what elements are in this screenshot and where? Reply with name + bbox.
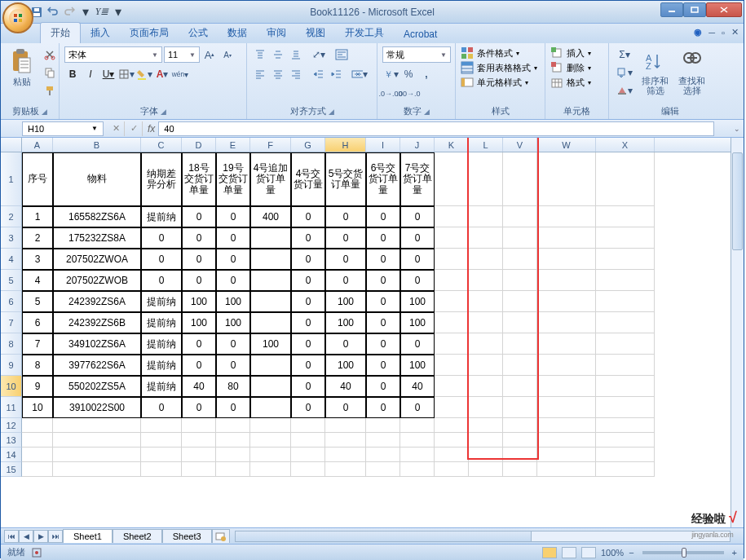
cell[interactable] xyxy=(325,448,366,462)
cell[interactable]: 0 xyxy=(366,376,400,397)
cell[interactable] xyxy=(291,418,325,433)
cell[interactable] xyxy=(216,418,250,433)
cell[interactable]: 0 xyxy=(325,270,366,291)
row-header-14[interactable]: 14 xyxy=(1,448,22,462)
cell[interactable] xyxy=(503,418,537,433)
cell[interactable] xyxy=(435,333,469,355)
cell[interactable] xyxy=(400,418,435,433)
zoom-out-icon[interactable]: − xyxy=(629,548,633,558)
comma-icon[interactable]: , xyxy=(418,66,435,82)
formula-input[interactable]: 40 xyxy=(158,121,714,136)
cell[interactable] xyxy=(537,448,596,462)
cell[interactable]: 0 xyxy=(291,355,325,376)
cell[interactable]: 0 xyxy=(325,397,366,418)
align-bottom-icon[interactable] xyxy=(288,46,304,63)
tab-insert[interactable]: 插入 xyxy=(81,23,120,43)
cell[interactable]: 提前纳 xyxy=(141,376,182,397)
cell[interactable]: 0 xyxy=(291,397,325,418)
redo-icon[interactable] xyxy=(63,6,76,19)
cell[interactable]: 0 xyxy=(182,227,216,249)
cell[interactable]: 6 xyxy=(22,312,53,333)
bold-button[interactable]: B xyxy=(64,66,81,82)
cell[interactable]: 5号交货订单量 xyxy=(325,152,366,206)
autosum-icon[interactable]: Σ▾ xyxy=(614,46,635,63)
cell[interactable] xyxy=(22,433,53,448)
cell[interactable]: 0 xyxy=(366,355,400,376)
cell[interactable]: 提前纳 xyxy=(141,355,182,376)
cell[interactable] xyxy=(596,291,655,312)
cell[interactable] xyxy=(53,433,141,448)
cell[interactable]: 4号交货订量 xyxy=(291,152,325,206)
cell[interactable]: 40 xyxy=(325,376,366,397)
format-painter-icon[interactable] xyxy=(42,82,58,99)
column-header-D[interactable]: D xyxy=(182,138,216,152)
cell[interactable] xyxy=(435,152,469,206)
new-sheet-button[interactable] xyxy=(212,529,230,543)
row-header-13[interactable]: 13 xyxy=(1,433,22,448)
format-cells-button[interactable]: 格式▾ xyxy=(550,76,591,89)
cell[interactable]: 0 xyxy=(325,227,366,249)
delete-cells-button[interactable]: 删除▾ xyxy=(550,61,591,74)
cell[interactable]: 0 xyxy=(291,312,325,333)
cell[interactable] xyxy=(182,418,216,433)
page-layout-view-icon[interactable] xyxy=(562,547,576,558)
column-header-I[interactable]: I xyxy=(366,138,400,152)
cell[interactable]: 7 xyxy=(22,333,53,355)
cell[interactable]: 10 xyxy=(22,397,53,418)
cell[interactable]: 242392ZS6B xyxy=(53,312,141,333)
copy-icon[interactable] xyxy=(42,64,58,81)
tab-home[interactable]: 开始 xyxy=(40,22,81,43)
cell[interactable]: 0 xyxy=(366,206,400,227)
border-icon[interactable]: ▾ xyxy=(118,66,135,82)
sheet-nav-first-icon[interactable]: ⏮ xyxy=(4,530,19,543)
column-header-A[interactable]: A xyxy=(22,138,53,152)
cell[interactable]: 0 xyxy=(291,376,325,397)
cell[interactable]: 0 xyxy=(216,249,250,270)
cell[interactable] xyxy=(250,418,291,433)
column-header-E[interactable]: E xyxy=(216,138,250,152)
cancel-formula-icon[interactable]: ✕ xyxy=(108,121,125,136)
undo-icon[interactable] xyxy=(46,6,60,19)
doc-minimize-icon[interactable]: ─ xyxy=(708,28,715,37)
row-header-9[interactable]: 9 xyxy=(1,355,22,376)
paste-button[interactable]: 粘贴 xyxy=(6,46,38,90)
cell[interactable] xyxy=(291,433,325,448)
cell[interactable]: 0 xyxy=(182,206,216,227)
sheet-tab-3[interactable]: Sheet3 xyxy=(162,529,212,543)
cell[interactable] xyxy=(469,312,503,333)
cell[interactable]: 0 xyxy=(400,227,435,249)
cell[interactable]: 0 xyxy=(141,227,182,249)
row-header-4[interactable]: 4 xyxy=(1,249,22,270)
cell[interactable] xyxy=(537,249,596,270)
cell[interactable]: 0 xyxy=(216,333,250,355)
cell[interactable]: 550202ZS5A xyxy=(53,376,141,397)
cell[interactable] xyxy=(537,433,596,448)
zoom-level[interactable]: 100% xyxy=(601,548,624,558)
cell[interactable] xyxy=(537,397,596,418)
cell[interactable] xyxy=(250,227,291,249)
cell[interactable] xyxy=(503,448,537,462)
cell[interactable]: 0 xyxy=(366,249,400,270)
cell[interactable] xyxy=(596,249,655,270)
row-header-3[interactable]: 3 xyxy=(1,227,22,249)
cell[interactable] xyxy=(537,418,596,433)
cell[interactable]: 18号交货订单量 xyxy=(182,152,216,206)
cell[interactable] xyxy=(366,462,400,477)
cell[interactable]: 物料 xyxy=(53,152,141,206)
cell[interactable] xyxy=(537,355,596,376)
cell[interactable] xyxy=(596,433,655,448)
column-header-H[interactable]: H xyxy=(325,138,366,152)
cell[interactable]: 提前纳 xyxy=(141,291,182,312)
phonetic-icon[interactable]: wén▾ xyxy=(172,66,188,82)
cell[interactable] xyxy=(503,270,537,291)
cell[interactable] xyxy=(141,433,182,448)
cell[interactable]: 0 xyxy=(400,397,435,418)
cell[interactable] xyxy=(291,462,325,477)
cell[interactable]: 0 xyxy=(400,249,435,270)
cell[interactable] xyxy=(250,462,291,477)
row-header-8[interactable]: 8 xyxy=(1,333,22,355)
macro-record-icon[interactable] xyxy=(32,548,42,558)
cell[interactable]: 纳期差异分析 xyxy=(141,152,182,206)
cell[interactable] xyxy=(250,433,291,448)
row-header-2[interactable]: 2 xyxy=(1,206,22,227)
